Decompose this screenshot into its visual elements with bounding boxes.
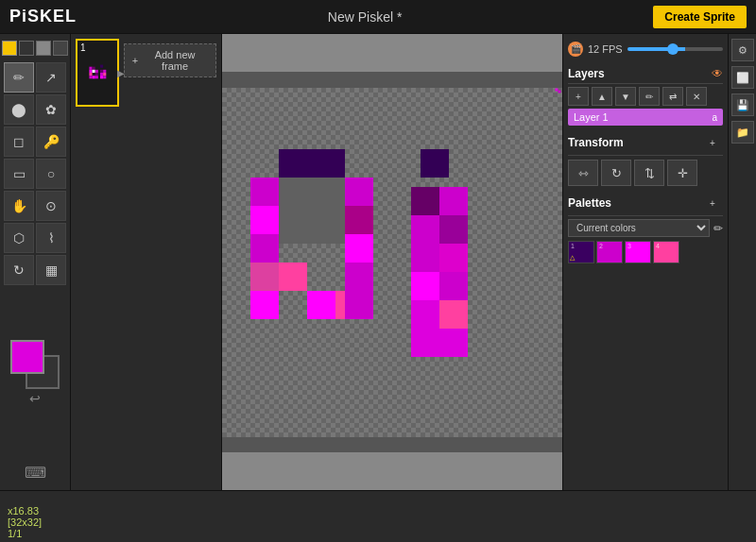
palettes-header: Palettes + xyxy=(568,191,723,216)
dither-tool[interactable]: ▦ xyxy=(36,255,66,285)
transform-section: Transform + ⇿ ↻ ⇅ ✛ xyxy=(568,130,723,186)
copy-layer-button[interactable]: ⇄ xyxy=(662,87,683,106)
delete-layer-button[interactable]: ✕ xyxy=(686,87,707,106)
hand-tool[interactable]: ✋ xyxy=(4,191,34,221)
pixel-canvas[interactable] xyxy=(222,88,562,437)
svg-rect-5 xyxy=(89,73,92,76)
fps-label: 12 FPS xyxy=(588,43,623,55)
move-layer-up-button[interactable]: ▲ xyxy=(592,87,612,106)
keyboard-shortcut-icon[interactable]: ⌨ xyxy=(21,460,50,485)
svg-rect-33 xyxy=(421,149,449,178)
secondary-color-indicator xyxy=(19,41,34,56)
foreground-color-swatch[interactable] xyxy=(10,340,44,374)
stroke-tool[interactable]: ✿ xyxy=(36,94,66,125)
svg-rect-13 xyxy=(100,76,103,78)
svg-rect-19 xyxy=(250,206,279,234)
svg-rect-38 xyxy=(411,300,439,329)
primary-color-indicator[interactable] xyxy=(2,41,17,56)
tool-row-3: ◻ 🔑 xyxy=(0,126,70,158)
fps-slider[interactable] xyxy=(627,47,723,51)
svg-rect-43 xyxy=(439,300,468,329)
pixel-art-svg xyxy=(222,102,562,423)
svg-rect-24 xyxy=(345,206,373,234)
transform-header: Transform + xyxy=(568,130,723,156)
lasso-tool[interactable]: ⬡ xyxy=(4,223,34,253)
svg-rect-23 xyxy=(345,178,373,206)
tool-row-1: ✏ ↗ xyxy=(0,61,70,93)
tool-row-6: ⬡ ⌇ xyxy=(0,222,70,254)
move-layer-down-button[interactable]: ▼ xyxy=(615,87,636,106)
canvas-wrapper[interactable] xyxy=(222,72,562,452)
settings-button[interactable]: ⚙ xyxy=(731,39,754,61)
layer-item-1[interactable]: Layer 1 a xyxy=(568,109,723,126)
frame-panel: 1 xyxy=(71,34,222,490)
svg-rect-2 xyxy=(89,70,92,73)
circle-tool[interactable]: ○ xyxy=(36,159,66,189)
frame-preview xyxy=(81,44,113,101)
frame-thumbnail-1[interactable]: 1 xyxy=(76,39,119,107)
svg-rect-32 xyxy=(279,149,345,178)
svg-rect-31 xyxy=(335,291,345,319)
palette-swatch-4[interactable]: 4 xyxy=(653,241,679,263)
add-frame-icon: + xyxy=(132,55,138,66)
palettes-title: Palettes xyxy=(568,196,611,210)
palette-select[interactable]: Current colors xyxy=(568,219,710,237)
add-frame-button[interactable]: + Add new frame xyxy=(124,43,216,77)
open-button[interactable]: 📁 xyxy=(731,121,754,144)
fill-tool[interactable]: ⬤ xyxy=(4,94,34,125)
svg-rect-29 xyxy=(279,263,307,291)
visibility-icon[interactable]: 👁 xyxy=(712,67,723,80)
right-icon-column: ⚙ ⬜ 💾 📁 xyxy=(728,34,756,490)
tool-row-5: ✋ ⊙ xyxy=(0,190,70,222)
lighten-tool[interactable]: ↗ xyxy=(36,62,66,93)
palette-edit-button[interactable]: ✏ xyxy=(713,222,723,235)
svg-rect-28 xyxy=(279,178,345,244)
rotate-button[interactable]: ↻ xyxy=(601,160,631,186)
freesel-tool[interactable]: ⌇ xyxy=(36,223,66,253)
palette-swatch-1[interactable]: 1 △ xyxy=(568,241,594,263)
fps-icon: 🎬 xyxy=(568,42,583,57)
tool-row-7: ↻ ▦ xyxy=(0,254,70,286)
svg-rect-8 xyxy=(93,76,95,78)
color-swatches xyxy=(10,340,60,389)
colorpick-tool[interactable]: 🔑 xyxy=(36,127,66,157)
palette-swatch-3[interactable]: 3 xyxy=(625,241,651,263)
frame-arrow: ▶ xyxy=(117,68,125,78)
palette-swatch-2[interactable]: 2 xyxy=(596,241,623,263)
save-button[interactable]: 💾 xyxy=(731,93,754,116)
tertiary-color-indicator xyxy=(36,41,51,56)
eraser-tool[interactable]: ◻ xyxy=(4,127,34,157)
edit-layer-button[interactable]: ✏ xyxy=(639,87,660,106)
app-logo: PiSKEL xyxy=(9,7,77,26)
svg-rect-34 xyxy=(411,187,439,215)
palettes-section: Palettes + Current colors ✏ 1 △ 2 xyxy=(568,191,723,263)
svg-rect-14 xyxy=(103,70,106,73)
logo-text: PiSKEL xyxy=(9,7,77,25)
swap-colors-button[interactable]: ↩ xyxy=(29,391,41,406)
svg-rect-39 xyxy=(439,187,468,215)
svg-rect-27 xyxy=(345,291,373,319)
svg-rect-15 xyxy=(103,73,106,76)
svg-rect-42 xyxy=(439,272,468,300)
rotate-tool[interactable]: ↻ xyxy=(4,255,34,285)
svg-rect-45 xyxy=(556,88,558,91)
wand-tool[interactable]: ⊙ xyxy=(36,191,66,221)
pen-tool[interactable]: ✏ xyxy=(4,62,34,93)
tool-row-2: ⬤ ✿ xyxy=(0,93,70,126)
resize-button[interactable]: ✛ xyxy=(667,160,697,186)
svg-rect-6 xyxy=(95,73,98,76)
add-layer-button[interactable]: + xyxy=(568,87,589,106)
svg-rect-10 xyxy=(100,65,103,68)
canvas-area[interactable] xyxy=(222,34,562,490)
export-button[interactable]: ⬜ xyxy=(731,66,754,89)
create-sprite-button[interactable]: Create Sprite xyxy=(653,6,747,28)
transform-buttons: ⇿ ↻ ⇅ ✛ xyxy=(568,160,723,186)
add-palette-button[interactable]: + xyxy=(702,194,723,212)
rect-tool[interactable]: ▭ xyxy=(4,159,34,189)
svg-rect-4 xyxy=(95,70,98,73)
svg-rect-37 xyxy=(411,272,439,300)
svg-rect-40 xyxy=(439,215,468,244)
add-transform-button[interactable]: + xyxy=(702,133,723,152)
flip-horizontal-button[interactable]: ⇿ xyxy=(568,160,598,186)
flip-vertical-button[interactable]: ⇅ xyxy=(634,160,664,186)
